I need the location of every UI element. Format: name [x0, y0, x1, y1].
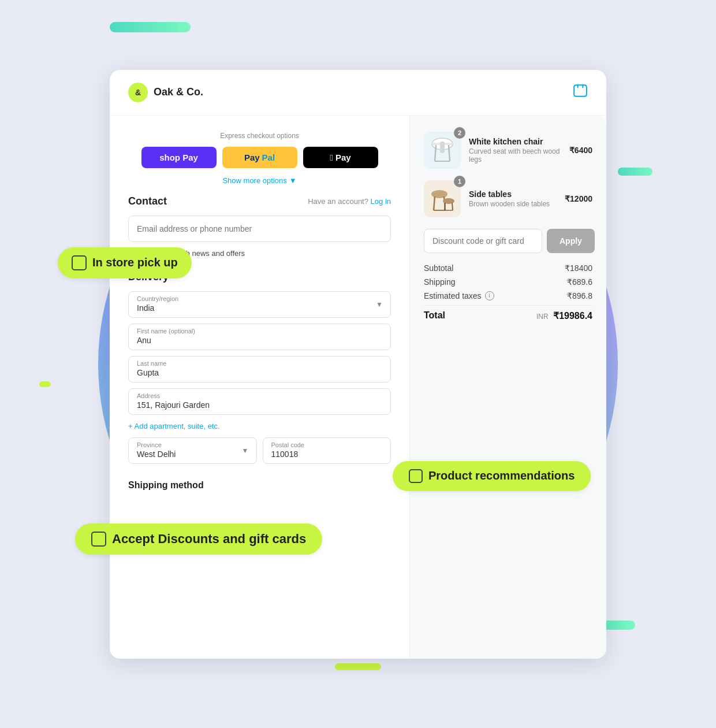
applepay-label:  Pay — [330, 153, 350, 162]
total-row: Total INR ₹19986.4 — [424, 305, 592, 321]
shipping-label: Shipping — [424, 277, 456, 287]
chair-desc: Curved seat with beech wood legs — [469, 147, 561, 164]
delivery-section: Delivery Country/region India ▼ First na… — [128, 271, 391, 491]
express-buttons: shop Pay PayPal  Pay — [128, 147, 391, 168]
apply-button[interactable]: Apply — [547, 229, 595, 253]
left-column: In store pick up Express checkout option… — [110, 116, 410, 659]
card-body: In store pick up Express checkout option… — [110, 116, 606, 659]
contact-section-header: Contact Have an account? Log in — [128, 195, 391, 207]
postal-input[interactable] — [263, 437, 391, 464]
checkout-card: & Oak & Co. In store pick up Express che… — [110, 70, 606, 659]
svg-point-7 — [431, 190, 448, 198]
first-name-input[interactable] — [128, 324, 391, 350]
chair-badge: 2 — [454, 127, 465, 139]
tables-image-wrap: 1 — [424, 180, 461, 217]
chair-name: White kitchen chair — [469, 137, 561, 146]
recommendations-label: Product recommendations — [428, 469, 575, 482]
total-label: Total — [424, 310, 445, 321]
accent-bar-top — [110, 22, 191, 32]
express-checkout-section: Express checkout options shop Pay PayPal… — [128, 132, 391, 185]
chair-image-wrap: 2 — [424, 132, 461, 169]
last-name-input[interactable] — [128, 356, 391, 382]
log-in-link[interactable]: Log in — [371, 197, 391, 206]
svg-line-12 — [445, 203, 445, 210]
accent-bar-left — [39, 381, 51, 387]
shipping-value: ₹689.6 — [567, 277, 592, 287]
recommendations-bubble[interactable]: Product recommendations — [393, 461, 591, 491]
tables-badge: 1 — [454, 176, 465, 187]
discounts-label: Accept Discounts and gift cards — [112, 532, 306, 547]
taxes-label: Estimated taxes i — [424, 291, 494, 300]
logo-area: & Oak & Co. — [128, 83, 203, 102]
applepay-button[interactable]:  Pay — [303, 147, 378, 168]
shipping-row: Shipping ₹689.6 — [424, 277, 592, 287]
logo-badge: & — [128, 83, 148, 102]
contact-title: Contact — [128, 195, 167, 207]
instore-icon — [72, 255, 87, 270]
address-input[interactable] — [128, 388, 391, 415]
have-account-text: Have an account? Log in — [308, 197, 391, 206]
svg-line-8 — [434, 196, 435, 210]
chevron-down-icon: ▼ — [289, 176, 297, 185]
tables-name: Side tables — [469, 190, 557, 199]
taxes-value: ₹896.8 — [567, 291, 592, 300]
paypal-label: Pay — [244, 153, 260, 162]
svg-line-13 — [452, 203, 453, 210]
first-name-wrapper: First name (optional) — [128, 324, 391, 350]
shoppay-label: shop Pay — [159, 153, 198, 162]
card-header: & Oak & Co. — [110, 70, 606, 116]
logo-text: Oak & Co. — [154, 86, 203, 98]
cart-button[interactable] — [573, 83, 588, 102]
last-name-wrapper: Last name — [128, 356, 391, 382]
taxes-info-icon[interactable]: i — [485, 291, 494, 300]
chair-details: White kitchen chair Curved seat with bee… — [469, 137, 561, 164]
taxes-row: Estimated taxes i ₹896.8 — [424, 291, 592, 300]
tables-desc: Brown wooden side tables — [469, 200, 557, 208]
order-item-tables: 1 Side tables Brown wooden side tables ₹… — [424, 180, 592, 217]
province-select[interactable]: West Delhi — [128, 437, 257, 464]
recommendations-icon — [409, 469, 423, 483]
province-select-wrapper: Province West Delhi ▼ — [128, 437, 257, 464]
subtotal-row: Subtotal ₹18400 — [424, 263, 592, 273]
accent-bar-right — [618, 168, 652, 176]
show-more-options-button[interactable]: Show more options ▼ — [222, 176, 296, 185]
right-column: 2 White kitchen chair Curved seat with b… — [410, 116, 606, 659]
order-item-chair: 2 White kitchen chair Curved seat with b… — [424, 132, 592, 169]
paypal-button[interactable]: PayPal — [222, 147, 297, 168]
express-label: Express checkout options — [128, 132, 391, 140]
email-phone-input[interactable] — [128, 216, 391, 242]
discounts-bubble[interactable]: Accept Discounts and gift cards — [75, 523, 322, 555]
instore-pickup-bubble[interactable]: In store pick up — [58, 247, 192, 278]
shipping-method-title: Shipping method — [128, 480, 391, 491]
instore-label: In store pick up — [92, 256, 178, 269]
province-postal-row: Province West Delhi ▼ Postal code — [128, 437, 391, 470]
address-wrapper: Address — [128, 388, 391, 415]
country-select[interactable]: India — [128, 291, 391, 318]
country-select-wrapper: Country/region India ▼ — [128, 291, 391, 318]
shoppay-button[interactable]: shop Pay — [141, 147, 217, 168]
total-value: INR ₹19986.4 — [536, 310, 592, 321]
subtotal-label: Subtotal — [424, 263, 453, 273]
postal-wrapper: Postal code — [263, 437, 391, 464]
add-apt-button[interactable]: + Add apartment, suite, etc. — [128, 422, 220, 430]
discount-row: Apply — [424, 229, 592, 253]
svg-rect-0 — [574, 85, 587, 96]
svg-rect-6 — [440, 142, 445, 153]
discount-input[interactable] — [424, 229, 542, 253]
tables-price: ₹12000 — [565, 194, 592, 203]
discounts-icon — [91, 532, 106, 547]
chair-price: ₹6400 — [569, 146, 592, 155]
tables-details: Side tables Brown wooden side tables — [469, 190, 557, 208]
accent-bar-bottom2 — [335, 663, 381, 670]
show-more-label: Show more options — [222, 176, 286, 185]
subtotal-value: ₹18400 — [565, 263, 592, 273]
